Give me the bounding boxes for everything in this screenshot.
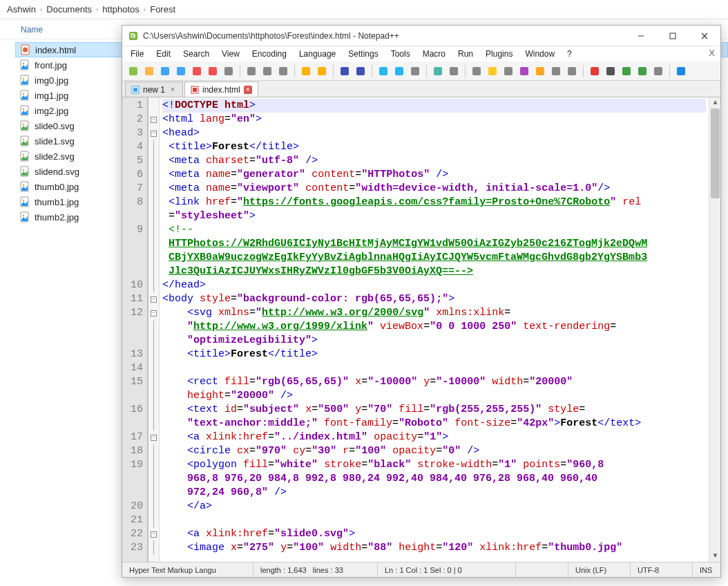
- toolbar-wordwrap-icon[interactable]: [431, 64, 445, 78]
- toolbar-copy-icon[interactable]: [260, 64, 274, 78]
- toolbar-guides-icon[interactable]: [447, 64, 461, 78]
- menu-run[interactable]: Run: [452, 48, 479, 60]
- code-line[interactable]: "optimizeLegibility">: [162, 334, 706, 348]
- toolbar-save-macro-icon[interactable]: [651, 64, 665, 78]
- code-line[interactable]: <svg xmlns="http://www.w3.org/2000/svg" …: [162, 306, 706, 320]
- code-line[interactable]: <title>Forest</title>: [162, 348, 706, 361]
- code-line[interactable]: <head>: [162, 126, 706, 140]
- menu-tools[interactable]: Tools: [385, 48, 416, 60]
- editor[interactable]: 1234567891011121314151617181920212223 −−…: [122, 97, 720, 562]
- menu-help[interactable]: ?: [562, 48, 577, 60]
- code-line[interactable]: <circle cx="970" cy="30" r="100" opacity…: [162, 444, 706, 458]
- toolbar-play-icon[interactable]: [620, 64, 633, 78]
- toolbar-find-icon[interactable]: [338, 64, 352, 78]
- toolbar-folder-icon[interactable]: [533, 64, 547, 78]
- minimize-button[interactable]: [625, 26, 657, 46]
- status-insert-mode[interactable]: INS: [693, 563, 720, 577]
- toolbar-doc-map-icon[interactable]: [549, 64, 563, 78]
- toolbar-save-icon[interactable]: [158, 64, 172, 78]
- toolbar-cut-icon[interactable]: [245, 64, 258, 78]
- code-line[interactable]: <text id="subject" x="500" y="70" fill="…: [162, 403, 706, 417]
- code-line[interactable]: [162, 361, 706, 375]
- tab-close-icon[interactable]: ×: [169, 86, 177, 94]
- tab-index-html[interactable]: index.html×: [184, 82, 258, 97]
- code-line[interactable]: <title>Forest</title>: [162, 140, 706, 154]
- titlebar[interactable]: C:\Users\Ashwin\Documents\httphotos\Fore…: [122, 26, 720, 46]
- tab-close-icon[interactable]: ×: [244, 86, 252, 94]
- status-eol[interactable]: Unix (LF): [568, 563, 631, 577]
- code-line[interactable]: <meta charset="utf-8" />: [162, 154, 706, 168]
- breadcrumb-seg[interactable]: Ashwin: [7, 4, 36, 15]
- menu-search[interactable]: Search: [178, 48, 215, 60]
- vertical-scrollbar[interactable]: ▲ ▼: [709, 97, 720, 562]
- toolbar-user-lang-icon[interactable]: [501, 64, 515, 78]
- scrollbar-thumb[interactable]: [711, 108, 720, 198]
- code-line[interactable]: <meta name="generator" content="HTTPhoto…: [162, 168, 706, 182]
- code-line[interactable]: ="stylesheet">: [162, 209, 706, 223]
- menubar-close-x[interactable]: X: [709, 48, 715, 58]
- toolbar-undo-icon[interactable]: [299, 64, 313, 78]
- menu-settings[interactable]: Settings: [343, 48, 383, 60]
- code-line[interactable]: </a>: [162, 500, 706, 513]
- scroll-up-icon[interactable]: ▲: [709, 97, 720, 108]
- toolbar-redo-icon[interactable]: [315, 64, 329, 78]
- fold-column[interactable]: −−−−−−: [149, 97, 160, 562]
- menu-window[interactable]: Window: [519, 48, 560, 60]
- code-line[interactable]: [162, 513, 706, 527]
- toolbar-spellcheck-icon[interactable]: [674, 64, 688, 78]
- code-line[interactable]: <link href="https://fonts.googleapis.com…: [162, 196, 706, 209]
- code-line[interactable]: <!--: [162, 223, 706, 237]
- toolbar-highlight-icon[interactable]: [486, 64, 499, 78]
- maximize-button[interactable]: [657, 26, 689, 46]
- code-line[interactable]: HTTPhotos://W2RhdGU6ICIyNy1BcHItMjAyMCIg…: [162, 237, 706, 251]
- code-line[interactable]: Jlc3QuIiAzICJUYWxsIHRyZWVzIl0gbGF5b3V0Oi…: [162, 265, 706, 278]
- code-line[interactable]: "http://www.w3.org/1999/xlink" viewBox="…: [162, 320, 706, 334]
- code-line[interactable]: "text-anchor:middle;" font-family="Robot…: [162, 417, 706, 431]
- code-line[interactable]: CBjYXB0aW9uczogWzEgIkFyYyBvZiAgblnnaHQgI…: [162, 251, 706, 265]
- toolbar-indent-icon[interactable]: [470, 64, 483, 78]
- toolbar-print-icon[interactable]: [222, 64, 236, 78]
- toolbar-paste-icon[interactable]: [276, 64, 290, 78]
- toolbar-close-icon[interactable]: [190, 64, 204, 78]
- code-line[interactable]: <a xlink:href="slide0.svg">: [162, 527, 706, 541]
- breadcrumb-seg[interactable]: Documents: [46, 4, 92, 15]
- menu-view[interactable]: View: [216, 48, 245, 60]
- toolbar-zoom-out-icon[interactable]: [392, 64, 406, 78]
- code-line[interactable]: 972,24 960,8" />: [162, 486, 706, 500]
- toolbar-save-all-icon[interactable]: [174, 64, 188, 78]
- toolbar-replace-icon[interactable]: [354, 64, 367, 78]
- menu-edit[interactable]: Edit: [151, 48, 176, 60]
- menu-encoding[interactable]: Encoding: [247, 48, 292, 60]
- toolbar-zoom-in-icon[interactable]: [376, 64, 390, 78]
- toolbar-stop-icon[interactable]: [604, 64, 617, 78]
- toolbar-record-icon[interactable]: [588, 64, 602, 78]
- toolbar-close-all-icon[interactable]: [206, 64, 220, 78]
- toolbar-func-icon[interactable]: [517, 64, 531, 78]
- code-line[interactable]: height="20000" />: [162, 389, 706, 403]
- code-line[interactable]: <a xlink:href="../index.html" opacity="1…: [162, 431, 706, 444]
- toolbar-monitor-icon[interactable]: [565, 64, 579, 78]
- tab-new-1[interactable]: new 1×: [125, 82, 183, 97]
- code-line[interactable]: <html lang="en">: [162, 113, 706, 126]
- code-line[interactable]: <image x="275" y="100" width="88" height…: [162, 541, 706, 555]
- scroll-down-icon[interactable]: ▼: [709, 551, 720, 562]
- breadcrumb-seg[interactable]: Forest: [150, 4, 175, 15]
- close-button[interactable]: [689, 26, 720, 46]
- toolbar-sync-icon[interactable]: [408, 64, 422, 78]
- code-line[interactable]: <polygon fill="white" stroke="black" str…: [162, 458, 706, 472]
- toolbar-new-file-icon[interactable]: [126, 64, 140, 78]
- code-area[interactable]: <!DOCTYPE html><html lang="en"><head> <t…: [160, 97, 709, 562]
- toolbar-open-icon[interactable]: [142, 64, 156, 78]
- breadcrumb-seg[interactable]: httphotos: [102, 4, 140, 15]
- menu-macro[interactable]: Macro: [417, 48, 451, 60]
- code-line[interactable]: <!DOCTYPE html>: [162, 99, 706, 113]
- code-line[interactable]: <body style="background-color: rgb(65,65…: [162, 292, 706, 306]
- status-encoding[interactable]: UTF-8: [631, 563, 693, 577]
- toolbar-play-multi-icon[interactable]: [635, 64, 649, 78]
- menu-plugins[interactable]: Plugins: [480, 48, 518, 60]
- code-line[interactable]: 968,8 976,20 984,8 992,8 980,24 992,40 9…: [162, 472, 706, 486]
- code-line[interactable]: <meta name="viewport" content="width=dev…: [162, 182, 706, 196]
- menu-language[interactable]: Language: [294, 48, 341, 60]
- menu-file[interactable]: File: [125, 48, 149, 60]
- breadcrumb[interactable]: Ashwin› Documents› httphotos› Forest: [0, 0, 728, 19]
